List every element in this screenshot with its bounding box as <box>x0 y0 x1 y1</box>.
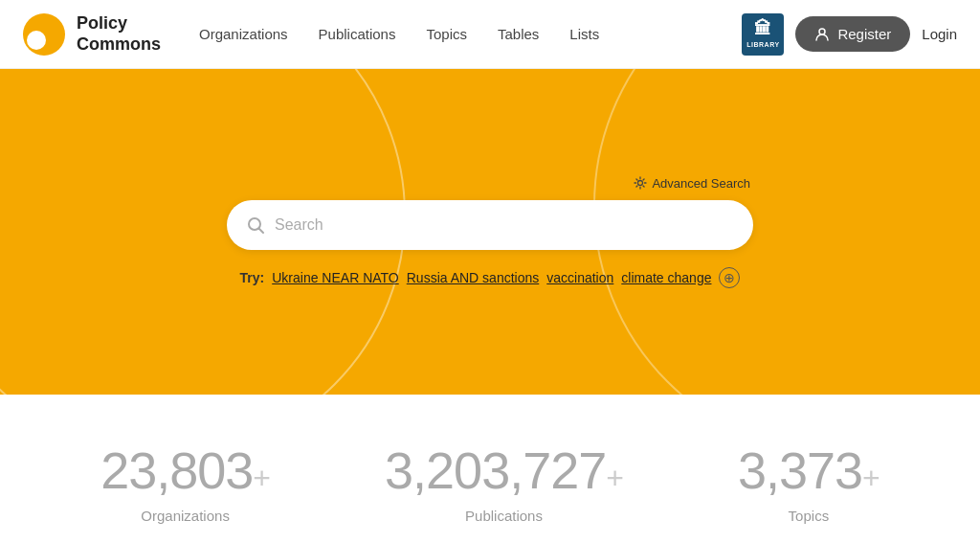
search-icon <box>246 215 265 235</box>
stat-topics-number: 3,373+ <box>738 441 880 500</box>
nav-link-topics[interactable]: Topics <box>426 26 467 42</box>
library-badge: 🏛 LIBRARY <box>742 13 784 56</box>
svg-point-0 <box>819 29 825 34</box>
header: Policy Commons Organizations Publication… <box>0 0 980 69</box>
try-label: Try: <box>240 270 265 285</box>
stat-publications-number: 3,203,727+ <box>385 441 623 500</box>
stat-organizations-label: Organizations <box>141 508 230 524</box>
try-link-climate[interactable]: climate change <box>621 270 711 285</box>
more-topics-button[interactable]: ⊕ <box>719 267 740 288</box>
nav-item-tables[interactable]: Tables <box>498 26 539 43</box>
stat-topics-label: Topics <box>789 508 830 524</box>
nav-item-organizations[interactable]: Organizations <box>199 26 288 43</box>
nav-item-lists[interactable]: Lists <box>569 26 599 43</box>
nav-left: Policy Commons Organizations Publication… <box>23 13 599 56</box>
search-bar[interactable] <box>227 200 753 250</box>
svg-line-3 <box>259 228 264 233</box>
logo-icon <box>23 13 65 56</box>
library-label: LIBRARY <box>746 41 779 49</box>
nav-link-tables[interactable]: Tables <box>498 26 539 42</box>
login-link[interactable]: Login <box>922 26 957 42</box>
try-section: Try: Ukraine NEAR NATO Russia AND sancti… <box>240 267 741 288</box>
try-link-ukraine[interactable]: Ukraine NEAR NATO <box>272 270 399 285</box>
nav-right: 🏛 LIBRARY Register Login <box>742 13 957 56</box>
stat-organizations-number: 23,803+ <box>100 441 270 500</box>
logo-link[interactable]: Policy Commons <box>23 13 161 56</box>
stat-topics: 3,373+ Topics <box>738 441 880 524</box>
stat-organizations: 23,803+ Organizations <box>100 441 270 524</box>
logo-text: Policy Commons <box>77 13 161 55</box>
stat-publications-label: Publications <box>465 508 543 524</box>
gear-icon <box>634 176 647 190</box>
person-icon <box>814 27 830 42</box>
nav-item-topics[interactable]: Topics <box>426 26 467 43</box>
nav-link-publications[interactable]: Publications <box>319 26 396 42</box>
library-icon: 🏛 <box>754 19 771 40</box>
try-link-vaccination[interactable]: vaccination <box>546 270 613 285</box>
advanced-search-link[interactable]: Advanced Search <box>634 176 750 191</box>
svg-point-1 <box>638 181 643 186</box>
stats-section: 23,803+ Organizations 3,203,727+ Publica… <box>0 395 980 543</box>
stat-publications: 3,203,727+ Publications <box>385 441 623 524</box>
main-nav: Organizations Publications Topics Tables… <box>161 26 599 43</box>
nav-item-publications[interactable]: Publications <box>319 26 396 43</box>
register-button[interactable]: Register <box>795 16 910 52</box>
nav-link-organizations[interactable]: Organizations <box>199 26 288 42</box>
hero-section: Advanced Search Try: Ukraine NEAR NATO R… <box>0 69 980 395</box>
nav-list: Organizations Publications Topics Tables… <box>199 26 599 43</box>
nav-link-lists[interactable]: Lists <box>569 26 599 42</box>
search-input[interactable] <box>275 216 734 234</box>
try-link-russia[interactable]: Russia AND sanctions <box>407 270 540 285</box>
hero-inner: Advanced Search Try: Ukraine NEAR NATO R… <box>0 176 980 288</box>
